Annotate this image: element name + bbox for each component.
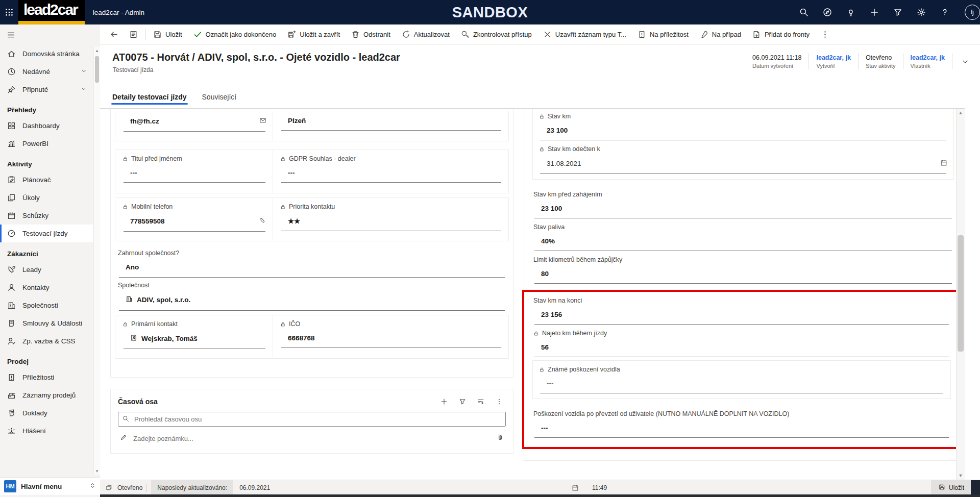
field-value-row[interactable]: Ano	[126, 263, 506, 271]
filter-icon	[893, 8, 902, 17]
timeline-note-input[interactable]	[132, 434, 492, 443]
dashboard-icon	[7, 121, 16, 130]
owner-link[interactable]: lead2car, jk	[816, 54, 850, 61]
sidebar-item[interactable]: Doklady	[0, 404, 93, 422]
sidebar-item[interactable]: Hlášení	[0, 422, 93, 440]
scroll-up-icon[interactable]: ▲	[957, 109, 965, 117]
timeline-sort-button[interactable]	[474, 395, 487, 408]
main-scrollbar[interactable]: ▲ ▼	[956, 109, 965, 480]
sidebar-item-label: Zp. vazba & CSS	[22, 337, 76, 345]
filter-button[interactable]	[886, 0, 910, 24]
sidebar-item[interactable]: Příležitosti	[0, 368, 93, 386]
field-value: 31.08.2021	[547, 160, 581, 167]
owner-link[interactable]: lead2car, jk	[911, 54, 945, 61]
search-button[interactable]	[792, 0, 816, 24]
command-button-5[interactable]: Zkontrolovat přístup	[455, 24, 537, 44]
field-value-row[interactable]: 23 156	[541, 311, 950, 318]
app-launcher-icon[interactable]	[0, 0, 18, 24]
field-value-row[interactable]: ADIV, spol, s.r.o.	[126, 295, 506, 304]
field-value-row[interactable]: 40%	[541, 237, 953, 245]
sidebar-item[interactable]: Testovací jízdy	[0, 225, 93, 242]
sidebar-item[interactable]: Smlouvy & Události	[0, 314, 93, 332]
help-button[interactable]	[933, 0, 957, 24]
command-button-7[interactable]: Na příležitost	[632, 24, 694, 44]
more-commands-button[interactable]	[815, 24, 835, 44]
company-icon	[126, 295, 133, 303]
sidebar-item[interactable]: PowerBI	[0, 135, 93, 153]
header-collapse-chevron[interactable]	[962, 58, 969, 67]
field-underline	[119, 310, 505, 311]
tab-related[interactable]: Související	[202, 86, 237, 108]
sidebar-item[interactable]: Leady	[0, 261, 93, 279]
mail-send-icon[interactable]	[259, 117, 266, 126]
command-save[interactable]: Uložit	[148, 24, 188, 44]
command-button-8[interactable]: Na případ	[694, 24, 747, 44]
scroll-up-icon[interactable]: ▲	[94, 47, 100, 54]
insights-button[interactable]	[816, 0, 839, 24]
timeline-filter-button[interactable]	[456, 395, 469, 408]
scroll-down-icon[interactable]: ▼	[957, 471, 965, 480]
field-label-row: Mobilní telefon	[122, 203, 266, 210]
sidebar-item[interactable]: Záznamy prodejů	[0, 386, 93, 404]
menu-icon[interactable]	[0, 24, 93, 45]
avatar[interactable]: lj	[965, 5, 980, 20]
timeline-add-button[interactable]	[437, 395, 451, 408]
field-group: Stav km23 100Stav km odečten k31.08.2021	[532, 108, 954, 180]
sidebar-item[interactable]: Schůzky	[0, 207, 93, 225]
settings-button[interactable]	[910, 0, 933, 24]
queue-icon	[752, 30, 761, 39]
paperclip-icon[interactable]	[497, 434, 504, 441]
add-button[interactable]	[863, 0, 886, 24]
timeline-search	[118, 412, 506, 427]
calendar-icon[interactable]	[572, 480, 579, 495]
field-value: 23 100	[547, 127, 568, 134]
lightbulb-button[interactable]	[839, 0, 863, 24]
field-underline	[124, 349, 265, 349]
timeline-more-button[interactable]	[493, 395, 506, 408]
lock-icon	[122, 321, 128, 327]
field-group: Primární kontaktWejskrab, TomášIČO666876…	[115, 315, 509, 359]
save-button-label: Uložit	[949, 484, 964, 491]
field: Priorita kontaktu★★	[273, 198, 508, 241]
sidebar-item[interactable]: Domovská stránka	[0, 45, 93, 63]
sidebar-item[interactable]: Úkoly	[0, 189, 93, 207]
status-bar: Otevřeno Naposledy aktualizováno: 06.09.…	[100, 480, 980, 495]
sidebar-area-switcher[interactable]: HM Hlavní menu	[0, 477, 100, 495]
field-value-row[interactable]: ---	[541, 424, 950, 432]
form-switcher-button[interactable]	[124, 24, 143, 44]
phone-icon[interactable]	[259, 217, 266, 226]
sidebar-item[interactable]: Společnosti	[0, 296, 93, 314]
save-button[interactable]: Uložit	[932, 480, 971, 495]
restore-icon[interactable]	[100, 484, 117, 491]
command-button-4[interactable]: Aktualizovat	[396, 24, 455, 44]
field: Najeto km během jízdy56	[532, 325, 951, 357]
sidebar-item[interactable]: Připnuté	[0, 81, 93, 98]
sidebar-item[interactable]: Plánovač	[0, 171, 93, 189]
command-button-9[interactable]: Přidat do fronty	[747, 24, 815, 44]
command-button-6[interactable]: Uzavřít záznam typu T...	[537, 24, 632, 44]
sidebar-item[interactable]: Nedávné	[0, 63, 93, 81]
field-underline	[124, 131, 265, 132]
person-icon	[7, 283, 16, 292]
command-button-1[interactable]: Označit jako dokončeno	[188, 24, 282, 44]
field-value-row[interactable]: 23 100	[541, 205, 953, 212]
calendar-icon[interactable]	[940, 159, 947, 168]
back-button[interactable]	[104, 24, 124, 44]
sidebar-item[interactable]: Dashboardy	[0, 117, 93, 135]
sidebar-item[interactable]: Zp. vazba & CSS	[0, 332, 93, 350]
field-value-row[interactable]: 80	[541, 270, 953, 278]
sidebar-item[interactable]: Kontakty	[0, 279, 93, 296]
command-button-3[interactable]: Odstranit	[346, 24, 396, 44]
field-value: 40%	[541, 237, 555, 245]
command-button-2[interactable]: Uložit a zavřít	[282, 24, 346, 44]
bottom-scrollbar[interactable]	[100, 494, 980, 497]
scroll-down-icon[interactable]: ▼	[94, 467, 100, 475]
tab-details[interactable]: Detaily testovací jízdy	[112, 86, 187, 108]
sidebar-item-label: Společnosti	[22, 302, 58, 309]
field-group: Titul před jménem---GDPR Souhlas - deale…	[115, 150, 509, 193]
sidebar-scrollbar[interactable]: ▲ ▼	[93, 47, 100, 475]
field-value-row: 31.08.2021	[547, 159, 947, 168]
timeline-search-input[interactable]	[133, 415, 501, 424]
scrollbar-thumb[interactable]	[95, 56, 99, 83]
scrollbar-thumb[interactable]	[958, 235, 964, 352]
